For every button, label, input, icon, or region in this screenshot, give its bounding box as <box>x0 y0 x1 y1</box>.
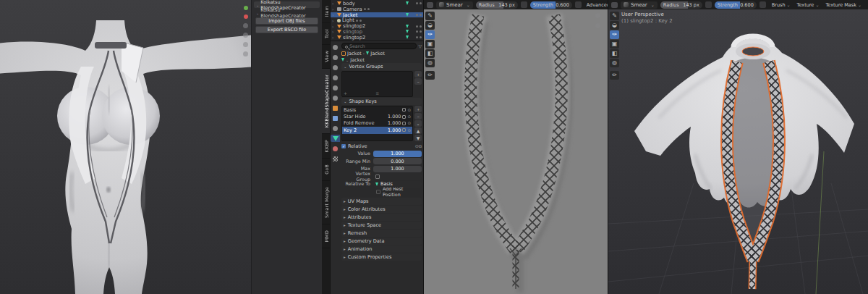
editor-type-icon[interactable] <box>427 2 433 8</box>
disclosure-triangle-icon[interactable]: › <box>332 12 336 17</box>
relative-to-field[interactable]: Basis <box>373 181 422 188</box>
properties-tab-object[interactable] <box>331 104 340 112</box>
mute-checkbox[interactable] <box>402 115 406 119</box>
sidebar-tab-mmd[interactable]: MMD <box>322 224 331 248</box>
properties-tab-material[interactable] <box>331 145 340 152</box>
relative-checkbox[interactable]: ✓ <box>341 144 346 148</box>
filter-icon[interactable]: ▽ <box>418 43 422 49</box>
menu-texture-mask[interactable]: Texture Mask <box>825 2 862 8</box>
outliner-item-slingtop2[interactable]: ›slingtop2 <box>331 35 423 41</box>
brush-selector[interactable]: Smear <box>436 1 473 9</box>
outliner-item-camera[interactable]: ›Camera <box>331 7 423 12</box>
radius-slider[interactable]: Radius 143 px <box>476 1 518 9</box>
sidebar-tab-item[interactable]: Item <box>322 0 331 23</box>
properties-tab-modifiers[interactable] <box>331 114 340 122</box>
sidebar-tab-smart-merge[interactable]: Smart Merge <box>322 181 331 224</box>
strength-pressure-icon[interactable] <box>575 1 582 8</box>
shape-key-row-key-2[interactable]: Key 21.000⊙ <box>342 127 412 133</box>
move-shape-key-up-button[interactable]: ▲ <box>414 127 422 134</box>
sidebar-tab-kkbp[interactable]: KKBP <box>322 134 331 159</box>
vertex-groups-header[interactable]: ⌄ Vertex Groups <box>341 63 422 70</box>
sidebar-tab-view[interactable]: View <box>322 45 331 69</box>
shape-key-row-star-hide[interactable]: Star Hide1.000⊙ <box>342 113 412 119</box>
mute-checkbox[interactable] <box>402 128 406 132</box>
properties-tab-output[interactable] <box>331 64 340 71</box>
clone-tool-button[interactable]: ▣ <box>610 40 619 49</box>
remove-shape-key-button[interactable]: － <box>414 113 422 119</box>
shape-keys-header[interactable]: ⌄ Shape Keys <box>341 98 422 105</box>
image-editor[interactable]: Smear Radius 143 px Strength 0.600 Advan… <box>423 0 608 294</box>
shape-key-value[interactable]: 1.000 <box>388 114 401 119</box>
draw-tool-button[interactable]: ✎ <box>610 12 619 20</box>
smear-tool-button[interactable]: ✑ <box>610 30 619 39</box>
sidebar-tab-kkblendshapecreator[interactable]: KKBlendShapeCreator <box>322 69 331 134</box>
strength-slider[interactable]: Strength 0.600 <box>715 1 757 9</box>
editor-type-icon[interactable] <box>611 2 618 8</box>
shape-key-value[interactable]: 1.000 <box>388 127 401 133</box>
overlay-icon[interactable]: ⧉ <box>419 143 422 149</box>
soften-tool-button[interactable]: ◒ <box>610 21 619 30</box>
section-color-attributes[interactable]: ▸Color Attributes <box>341 206 422 213</box>
list-filter-icon[interactable]: + <box>344 91 347 96</box>
camera-view-icon[interactable] <box>243 51 248 56</box>
shape-key-value[interactable]: 1.000 <box>388 120 401 126</box>
zoom-icon[interactable] <box>243 23 248 28</box>
section-custom-properties[interactable]: ▸Custom Properties <box>341 253 422 261</box>
properties-tab-physics[interactable] <box>331 125 340 132</box>
pan-hand-icon[interactable] <box>595 23 600 28</box>
shape-key-row-fold-remove[interactable]: Fold Remove1.000⊙ <box>342 120 412 127</box>
visibility-toggles[interactable] <box>416 30 422 33</box>
radius-pressure-icon[interactable] <box>521 1 527 8</box>
properties-tab-texture[interactable] <box>331 155 340 162</box>
smear-tool-button[interactable]: ✑ <box>425 30 435 39</box>
mute-checkbox[interactable] <box>402 122 406 125</box>
sidebar-tab-gob[interactable]: GoB <box>322 159 331 181</box>
disclosure-triangle-icon[interactable]: › <box>332 7 336 12</box>
annotate-tool-button[interactable]: ✏ <box>425 71 435 80</box>
annotate-tool-button[interactable]: ✏ <box>610 71 619 80</box>
visibility-toggles[interactable] <box>416 14 422 16</box>
sidebar-subpanel-header[interactable]: ⌄ Koikatsu BlendshapeCreator <box>254 9 320 16</box>
strength-pressure-icon[interactable] <box>760 1 766 8</box>
fill-tool-button[interactable]: ◧ <box>610 49 619 58</box>
viewport-left-canvas[interactable] <box>0 0 251 294</box>
outliner-item-light[interactable]: ›Light <box>331 17 423 23</box>
disclosure-triangle-icon[interactable]: › <box>332 29 336 34</box>
section-uv-maps[interactable]: ▸UV Maps <box>341 198 422 205</box>
outliner-item-jacket[interactable]: ›Jacket <box>331 12 423 18</box>
properties-tab-world[interactable] <box>331 94 340 101</box>
perspective-toggle-icon[interactable] <box>243 42 248 47</box>
visibility-toggles[interactable] <box>416 2 422 4</box>
visibility-toggles[interactable] <box>416 25 422 28</box>
breadcrumb-data[interactable]: Jacket <box>370 51 385 56</box>
list-grip-icon[interactable]: ☰ <box>376 91 379 96</box>
nav-gizmo-axis2-icon[interactable] <box>244 14 248 19</box>
visibility-toggles[interactable] <box>364 8 370 10</box>
viewport-3d[interactable]: Smear Radius 143 px Strength 0.600 Brush… <box>608 0 868 294</box>
value-slider[interactable]: 1.000 <box>373 151 422 157</box>
brush-selector[interactable]: Smear <box>621 1 658 9</box>
range-min-field[interactable]: 0.000 <box>373 158 422 164</box>
menu-texture[interactable]: Texture <box>796 2 820 8</box>
draw-tool-button[interactable]: ✎ <box>425 12 435 20</box>
viewport-left[interactable]: ⌄ Koikatsu BlendshapeCreator ⌄ Koikatsu … <box>0 0 331 294</box>
outliner-item-body[interactable]: ›body <box>331 1 423 7</box>
sidebar-tab-tool[interactable]: Tool <box>322 23 331 45</box>
mask-tool-button[interactable]: ◍ <box>610 59 619 67</box>
vertex-group-field[interactable] <box>373 173 422 180</box>
nav-gizmo-axis-icon[interactable] <box>244 6 248 10</box>
viewport-nav-gizmos[interactable] <box>243 6 248 56</box>
properties-tab-scene[interactable] <box>331 84 340 91</box>
search-input[interactable] <box>341 43 417 49</box>
disclosure-triangle-icon[interactable]: › <box>332 1 336 6</box>
add-rest-position-checkbox[interactable] <box>376 190 380 194</box>
soften-tool-button[interactable]: ◒ <box>425 21 435 30</box>
add-shape-key-button[interactable]: ＋ <box>414 106 422 112</box>
mute-checkbox[interactable] <box>402 108 406 112</box>
radius-pressure-icon[interactable] <box>705 1 712 8</box>
properties-tab-tool[interactable] <box>331 43 340 51</box>
section-animation[interactable]: ▸Animation <box>341 245 422 253</box>
disclosure-triangle-icon[interactable]: › <box>332 24 336 29</box>
fill-tool-button[interactable]: ◧ <box>425 49 435 58</box>
pin-icon[interactable]: ⊙ <box>407 114 411 119</box>
